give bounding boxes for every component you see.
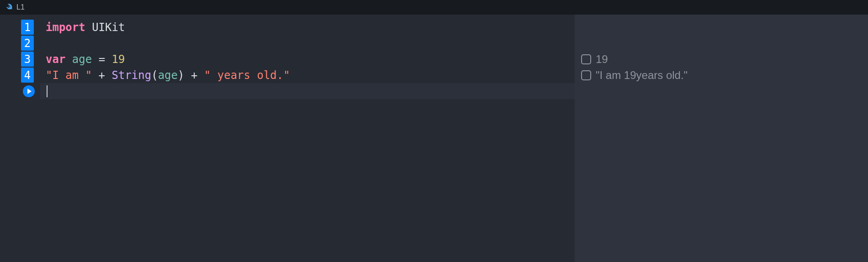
main-area: 1 2 3 4 import UIKit var age = 19 "I am …: [0, 15, 868, 262]
line-number-row[interactable]: 2: [0, 35, 40, 51]
line-number: 4: [21, 68, 34, 83]
result-row[interactable]: "I am 19years old.": [575, 67, 868, 83]
line-number: 1: [21, 20, 34, 35]
play-icon: [27, 89, 32, 94]
editor-area[interactable]: 1 2 3 4 import UIKit var age = 19 "I am …: [0, 15, 575, 262]
run-button[interactable]: [23, 85, 35, 97]
results-panel: 19 "I am 19years old.": [575, 15, 868, 262]
code-line[interactable]: [40, 35, 575, 51]
code-area[interactable]: import UIKit var age = 19 "I am " + Stri…: [40, 15, 575, 262]
quicklook-icon[interactable]: [581, 54, 591, 64]
run-row: [0, 83, 40, 99]
line-number-row[interactable]: 4: [0, 67, 40, 83]
file-title: L1: [16, 3, 25, 11]
line-number-row[interactable]: 3: [0, 51, 40, 67]
result-row[interactable]: 19: [575, 51, 868, 67]
line-number: 2: [21, 36, 34, 51]
code-line[interactable]: "I am " + String(age) + " years old.": [40, 67, 575, 83]
current-line-highlight: [40, 83, 575, 99]
line-number: 3: [21, 52, 34, 67]
titlebar: L1: [0, 0, 868, 15]
text-cursor: [47, 85, 48, 97]
result-value: 19: [596, 53, 608, 66]
line-number-row[interactable]: 1: [0, 19, 40, 35]
code-line[interactable]: var age = 19: [40, 51, 575, 67]
quicklook-icon[interactable]: [581, 70, 591, 80]
gutter: 1 2 3 4: [0, 15, 40, 262]
result-value: "I am 19years old.": [596, 69, 688, 82]
code-line[interactable]: import UIKit: [40, 19, 575, 35]
swift-icon: [5, 3, 13, 11]
